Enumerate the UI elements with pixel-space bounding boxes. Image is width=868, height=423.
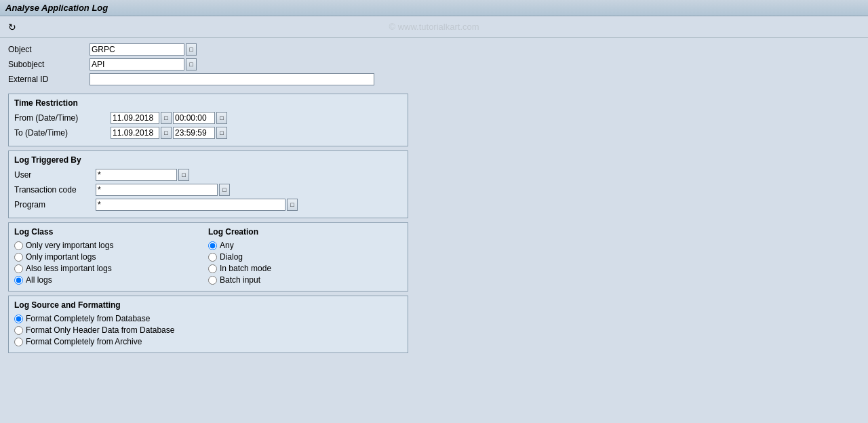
log-class-creation-section: Log Class Only very important logs Only … <box>8 222 408 291</box>
log-source-label-2: Format Completely from Archive <box>26 337 142 346</box>
external-id-input-group <box>90 73 374 85</box>
log-creation-option-1: Dialog <box>208 252 397 262</box>
object-row: Object □ <box>8 43 860 56</box>
log-source-option-1: Format Only Header Data from Database <box>14 325 402 335</box>
log-source-radio-1[interactable] <box>14 326 23 335</box>
log-source-label-1: Format Only Header Data from Database <box>26 325 174 335</box>
log-source-option-2: Format Completely from Archive <box>14 337 402 346</box>
external-id-label: External ID <box>8 75 90 84</box>
object-picker-button[interactable]: □ <box>186 43 197 56</box>
log-creation-radio-1[interactable] <box>208 253 217 262</box>
user-input[interactable] <box>96 169 177 181</box>
log-class-label-3: All logs <box>26 275 52 285</box>
log-creation-radio-3[interactable] <box>208 276 217 285</box>
external-id-input[interactable] <box>90 73 374 85</box>
log-class-creation-columns: Log Class Only very important logs Only … <box>14 227 402 287</box>
subobject-input-group: □ <box>90 58 197 70</box>
log-source-label-0: Format Completely from Database <box>26 314 150 323</box>
program-picker-button[interactable]: □ <box>287 199 298 211</box>
log-class-option-1: Only important logs <box>14 252 203 262</box>
log-class-label-2: Also less important logs <box>26 264 112 273</box>
watermark: © www.tutorialkart.com <box>389 22 479 32</box>
subobject-input[interactable] <box>90 58 184 70</box>
log-class-col: Log Class Only very important logs Only … <box>14 227 208 287</box>
transaction-input-group: □ <box>96 184 230 196</box>
object-input[interactable] <box>90 43 184 56</box>
user-input-group: □ <box>96 169 189 181</box>
transaction-row: Transaction code □ <box>14 184 402 196</box>
log-class-radio-3[interactable] <box>14 276 23 285</box>
log-creation-label-1: Dialog <box>220 252 243 262</box>
from-date-picker[interactable]: □ <box>161 112 172 124</box>
transaction-input[interactable] <box>96 184 218 196</box>
log-class-radio-1[interactable] <box>14 253 23 262</box>
refresh-icon[interactable]: ↻ <box>5 20 19 34</box>
log-creation-radio-2[interactable] <box>208 264 217 273</box>
log-class-option-2: Also less important logs <box>14 264 203 273</box>
transaction-label: Transaction code <box>14 185 96 195</box>
log-class-title: Log Class <box>14 227 203 237</box>
program-label: Program <box>14 200 96 209</box>
log-creation-label-3: Batch input <box>220 275 260 285</box>
to-row: To (Date/Time) □ □ <box>14 127 402 139</box>
title-text: Analyse Application Log <box>5 3 108 13</box>
log-creation-title: Log Creation <box>208 227 397 237</box>
log-source-title: Log Source and Formatting <box>14 300 402 310</box>
to-date-input[interactable] <box>111 127 159 139</box>
from-date-input[interactable] <box>111 112 159 124</box>
log-class-radio-2[interactable] <box>14 264 23 273</box>
time-restriction-section: Time Restriction From (Date/Time) □ □ To… <box>8 94 408 146</box>
to-date-picker[interactable]: □ <box>161 127 172 139</box>
time-restriction-title: Time Restriction <box>14 98 402 108</box>
log-class-option-3: All logs <box>14 275 203 285</box>
subobject-label: Subobject <box>8 60 90 69</box>
program-row: Program □ <box>14 199 402 211</box>
log-triggered-section: Log Triggered By User □ Transaction code… <box>8 150 408 218</box>
object-label: Object <box>8 45 90 54</box>
program-input[interactable] <box>96 199 285 211</box>
user-row: User □ <box>14 169 402 181</box>
program-input-group: □ <box>96 199 298 211</box>
transaction-picker-button[interactable]: □ <box>219 184 230 196</box>
log-class-radio-0[interactable] <box>14 241 23 250</box>
log-class-label-0: Only very important logs <box>26 241 113 250</box>
log-creation-label-2: In batch mode <box>220 264 271 273</box>
from-time-input[interactable] <box>173 112 215 124</box>
log-source-option-0: Format Completely from Database <box>14 314 402 323</box>
main-content: Object □ Subobject □ External ID Time Re… <box>0 38 868 363</box>
object-input-group: □ <box>90 43 197 56</box>
toolbar: ↻ © www.tutorialkart.com <box>0 16 868 38</box>
log-triggered-title: Log Triggered By <box>14 155 402 165</box>
from-label: From (Date/Time) <box>14 113 109 123</box>
user-label: User <box>14 170 96 180</box>
log-source-radio-0[interactable] <box>14 315 23 323</box>
log-class-label-1: Only important logs <box>26 252 96 262</box>
subobject-row: Subobject □ <box>8 58 860 70</box>
log-creation-label-0: Any <box>220 241 234 250</box>
log-class-option-0: Only very important logs <box>14 241 203 250</box>
external-id-row: External ID <box>8 73 860 85</box>
log-creation-radio-0[interactable] <box>208 241 217 250</box>
from-time-picker[interactable]: □ <box>216 112 227 124</box>
log-source-radio-2[interactable] <box>14 338 23 346</box>
log-source-section: Log Source and Formatting Format Complet… <box>8 296 408 353</box>
user-picker-button[interactable]: □ <box>178 169 189 181</box>
log-creation-col: Log Creation Any Dialog In batch mode Ba… <box>208 227 402 287</box>
to-label: To (Date/Time) <box>14 128 109 138</box>
to-time-picker[interactable]: □ <box>216 127 227 139</box>
log-creation-option-2: In batch mode <box>208 264 397 273</box>
title-bar: Analyse Application Log <box>0 0 868 16</box>
from-row: From (Date/Time) □ □ <box>14 112 402 124</box>
to-time-input[interactable] <box>173 127 215 139</box>
log-creation-option-3: Batch input <box>208 275 397 285</box>
log-creation-option-0: Any <box>208 241 397 250</box>
subobject-picker-button[interactable]: □ <box>186 58 197 70</box>
